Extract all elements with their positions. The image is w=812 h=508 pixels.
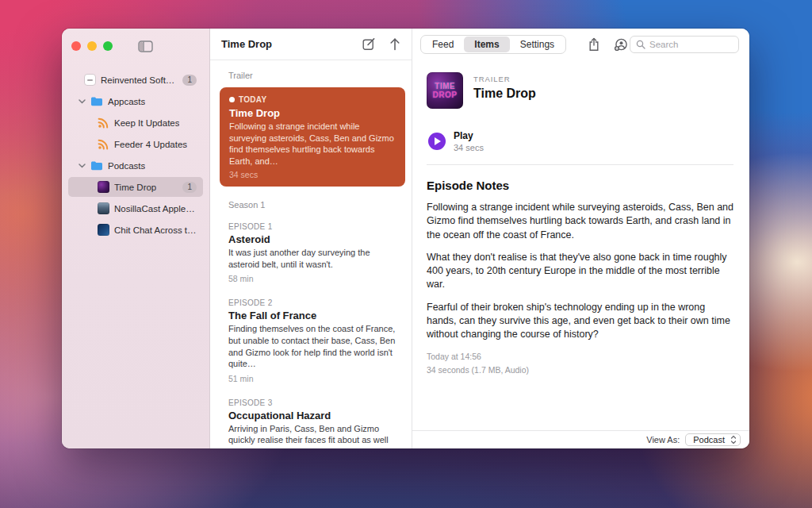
rss-icon bbox=[97, 117, 109, 129]
list-header: Time Drop bbox=[210, 29, 412, 60]
play-label: Play bbox=[454, 130, 484, 141]
podcast-artwork: TIME DROP bbox=[427, 72, 463, 109]
minimize-button[interactable] bbox=[87, 41, 97, 51]
search-field[interactable] bbox=[630, 36, 739, 53]
sidebar-toggle-icon[interactable] bbox=[138, 40, 153, 52]
episode-list-column: Time Drop Trailer TODAY bbox=[210, 29, 412, 448]
sidebar-item-label: Podcasts bbox=[108, 161, 145, 171]
sidebar-item-label: Feeder 4 Updates bbox=[114, 140, 187, 149]
trailer-description: Following a strange incident while surve… bbox=[229, 121, 396, 167]
unread-badge: 1 bbox=[182, 75, 197, 86]
episode-description: Finding themselves on the coast of Franc… bbox=[228, 323, 399, 370]
episode-number: EPISODE 3 bbox=[228, 398, 399, 407]
sidebar-item-time-drop[interactable]: Time Drop 1 bbox=[68, 177, 203, 197]
app-window: Reinvented Software 1 Appcasts Keep It U… bbox=[62, 29, 749, 448]
play-button[interactable] bbox=[428, 133, 446, 150]
folder-icon bbox=[90, 95, 103, 108]
episode-description: It was just another day surveying the as… bbox=[228, 247, 399, 270]
episode-description: Arriving in Paris, Cass, Ben and Gizmo q… bbox=[228, 423, 399, 448]
episode-list-item[interactable]: EPISODE 3 Occupational Hazard Arriving i… bbox=[210, 391, 412, 448]
tab-feed[interactable]: Feed bbox=[422, 37, 464, 52]
close-button[interactable] bbox=[71, 41, 81, 51]
rss-icon bbox=[97, 138, 109, 151]
notes-paragraph: What they don't realise is that they've … bbox=[427, 251, 733, 292]
traffic-lights bbox=[71, 41, 113, 51]
unread-dot-icon bbox=[229, 97, 235, 102]
feed-favicon-icon bbox=[84, 74, 96, 86]
trailer-duration: 34 secs bbox=[229, 170, 396, 179]
chevron-down-icon[interactable] bbox=[78, 164, 86, 168]
sidebar-item-keep-it-updates[interactable]: Keep It Updates bbox=[68, 113, 203, 133]
detail-pane: Feed Items Settings bbox=[412, 29, 749, 448]
episode-kicker: TRAILER bbox=[473, 75, 536, 83]
episode-detail-title: Time Drop bbox=[473, 87, 536, 101]
list-title: Time Drop bbox=[221, 38, 272, 50]
search-icon bbox=[636, 40, 645, 49]
podcast-artwork-icon bbox=[97, 181, 109, 194]
artwork-text: DROP bbox=[433, 91, 458, 99]
sidebar-item-label: Time Drop bbox=[114, 183, 156, 192]
toolbar: Feed Items Settings bbox=[412, 29, 749, 60]
accounts-icon[interactable] bbox=[614, 38, 628, 52]
episode-duration: 51 min bbox=[228, 374, 399, 383]
episode-list-item[interactable]: EPISODE 1 Asteroid It was just another d… bbox=[210, 215, 412, 291]
notes-paragraph: Fearful of their broken ship's technolog… bbox=[427, 301, 733, 342]
trailer-title: Time Drop bbox=[229, 107, 396, 119]
unread-badge: 1 bbox=[182, 182, 197, 193]
titlebar bbox=[62, 29, 209, 64]
published-timestamp: Today at 14:56 bbox=[427, 350, 733, 363]
sidebar-item-reinvented-software[interactable]: Reinvented Software 1 bbox=[68, 70, 203, 90]
tab-settings[interactable]: Settings bbox=[510, 37, 565, 52]
notes-paragraph: Following a strange incident while surve… bbox=[427, 201, 733, 242]
episode-detail: TIME DROP TRAILER Time Drop Play 34 secs bbox=[412, 60, 749, 430]
view-as-popup[interactable]: Podcast bbox=[685, 433, 741, 446]
play-icon bbox=[435, 137, 441, 145]
upload-icon[interactable] bbox=[389, 37, 400, 51]
sidebar-item-feeder-4-updates[interactable]: Feeder 4 Updates bbox=[68, 134, 203, 154]
tab-items[interactable]: Items bbox=[464, 37, 509, 52]
desktop-wallpaper: Reinvented Software 1 Appcasts Keep It U… bbox=[0, 0, 812, 508]
episode-notes-heading: Episode Notes bbox=[427, 179, 733, 192]
sidebar-item-podcasts[interactable]: Podcasts bbox=[68, 156, 203, 175]
episode-header: TIME DROP TRAILER Time Drop bbox=[427, 72, 733, 109]
episode-title: The Fall of France bbox=[228, 310, 399, 321]
compose-icon[interactable] bbox=[362, 37, 376, 51]
section-header-trailer: Trailer bbox=[210, 60, 412, 86]
episode-list-item[interactable]: EPISODE 2 The Fall of France Finding the… bbox=[210, 291, 412, 391]
view-as-value: Podcast bbox=[693, 435, 725, 444]
podcast-artwork-icon bbox=[97, 202, 109, 215]
today-label: TODAY bbox=[239, 95, 266, 104]
search-input[interactable] bbox=[649, 40, 733, 49]
divider bbox=[427, 164, 733, 165]
podcast-artwork-icon bbox=[97, 224, 109, 237]
play-duration: 34 secs bbox=[454, 143, 484, 152]
episode-title: Asteroid bbox=[228, 233, 399, 245]
file-info: 34 seconds (1.7 MB, Audio) bbox=[427, 364, 733, 376]
sidebar-item-nosillacast[interactable]: NosillaCast Apple Podc… bbox=[68, 198, 203, 218]
today-kicker: TODAY bbox=[229, 95, 396, 104]
trailer-card[interactable]: TODAY Time Drop Following a strange inci… bbox=[220, 87, 405, 187]
sidebar-item-label: Appcasts bbox=[108, 97, 145, 106]
section-header-season: Season 1 bbox=[210, 190, 412, 215]
share-icon[interactable] bbox=[588, 37, 599, 52]
zoom-button[interactable] bbox=[103, 41, 113, 51]
sidebar-item-label: Reinvented Software bbox=[101, 75, 178, 85]
folder-icon bbox=[90, 160, 103, 172]
episode-number: EPISODE 1 bbox=[228, 222, 399, 231]
sidebar: Reinvented Software 1 Appcasts Keep It U… bbox=[62, 29, 210, 448]
artwork-text: TIME bbox=[435, 83, 455, 90]
sidebar-item-label: Keep It Updates bbox=[114, 118, 179, 128]
sidebar-item-label: Chit Chat Across the Po… bbox=[114, 225, 197, 235]
sidebar-item-appcasts[interactable]: Appcasts bbox=[68, 91, 203, 111]
sidebar-item-label: NosillaCast Apple Podc… bbox=[114, 204, 197, 214]
view-segmented-control: Feed Items Settings bbox=[420, 35, 566, 54]
episode-list[interactable]: Trailer TODAY Time Drop Following a stra… bbox=[210, 60, 412, 448]
episode-number: EPISODE 2 bbox=[228, 298, 399, 307]
play-row: Play 34 secs bbox=[428, 130, 733, 152]
view-as-label: View As: bbox=[646, 435, 680, 444]
chevron-down-icon[interactable] bbox=[78, 99, 86, 104]
episode-duration: 58 min bbox=[228, 274, 399, 283]
sidebar-item-chit-chat[interactable]: Chit Chat Across the Po… bbox=[68, 220, 203, 240]
view-as-bar: View As: Podcast bbox=[412, 430, 749, 448]
popup-chevrons-icon bbox=[730, 435, 737, 444]
